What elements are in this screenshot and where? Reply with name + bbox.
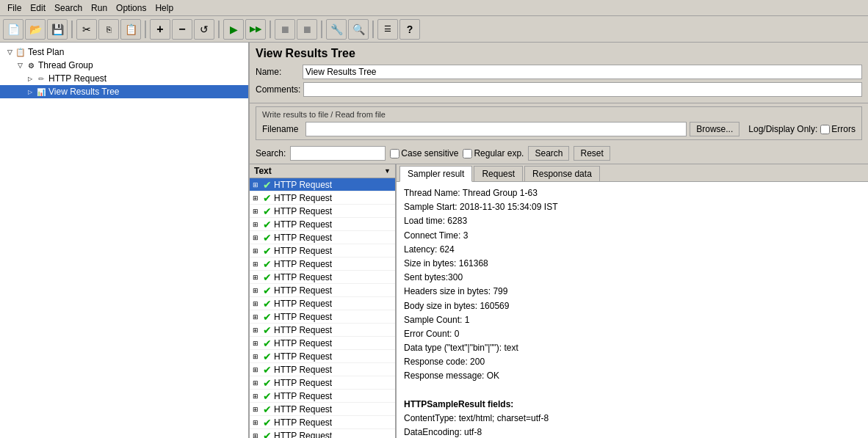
result-row[interactable]: ⊞✔HTTP Request xyxy=(250,403,395,416)
result-row[interactable]: ⊞✔HTTP Request xyxy=(250,271,395,284)
new-button[interactable]: 📄 xyxy=(3,19,23,40)
result-expand-icon[interactable]: ⊞ xyxy=(253,432,263,439)
menu-options[interactable]: Options xyxy=(112,1,151,15)
result-expand-icon[interactable]: ⊞ xyxy=(253,340,263,347)
errors-checkbox[interactable] xyxy=(820,125,830,134)
result-expand-icon[interactable]: ⊞ xyxy=(253,313,263,321)
detail-content: Thread Name: Thread Group 1-63Sample Sta… xyxy=(397,182,868,438)
result-row[interactable]: ⊞✔HTTP Request xyxy=(250,429,395,438)
detail-line: Body size in bytes: 160569 xyxy=(404,299,861,313)
menu-run[interactable]: Run xyxy=(87,1,112,15)
result-expand-icon[interactable]: ⊞ xyxy=(253,366,263,373)
result-row[interactable]: ⊞✔HTTP Request xyxy=(250,324,395,337)
copy-button[interactable]: ⎘ xyxy=(98,19,119,40)
result-expand-icon[interactable]: ⊞ xyxy=(253,406,263,413)
comments-label: Comments: xyxy=(256,84,300,95)
tab-request[interactable]: Request xyxy=(474,166,523,181)
result-row[interactable]: ⊞✔HTTP Request xyxy=(250,178,395,191)
search-bar: Search: Case sensitive Regular exp. Sear… xyxy=(250,143,868,164)
help-toolbar-button[interactable]: ? xyxy=(399,19,420,40)
result-row[interactable]: ⊞✔HTTP Request xyxy=(250,191,395,205)
result-expand-icon[interactable]: ⊞ xyxy=(253,194,263,202)
regex-checkbox[interactable] xyxy=(463,149,472,158)
result-row[interactable]: ⊞✔HTTP Request xyxy=(250,218,395,231)
menu-file[interactable]: File xyxy=(3,1,26,15)
search-toolbar-button[interactable]: 🔍 xyxy=(348,19,369,40)
result-row[interactable]: ⊞✔HTTP Request xyxy=(250,337,395,350)
result-text: HTTP Request xyxy=(274,431,332,439)
result-expand-icon[interactable]: ⊞ xyxy=(253,300,263,307)
result-status-icon: ✔ xyxy=(263,179,272,191)
separator-3 xyxy=(218,21,220,38)
result-row[interactable]: ⊞✔HTTP Request xyxy=(250,297,395,310)
result-expand-icon[interactable]: ⊞ xyxy=(253,221,263,228)
result-row[interactable]: ⊞✔HTTP Request xyxy=(250,376,395,390)
comments-input[interactable] xyxy=(303,82,862,97)
menu-search[interactable]: Search xyxy=(50,1,87,15)
paste-button[interactable]: 📋 xyxy=(120,19,141,40)
text-column-header[interactable]: Text ▼ xyxy=(250,164,395,178)
result-expand-icon[interactable]: ⊞ xyxy=(253,393,263,400)
result-row[interactable]: ⊞✔HTTP Request xyxy=(250,363,395,376)
list-button[interactable]: ☰ xyxy=(377,19,398,40)
add-button[interactable]: + xyxy=(150,19,170,40)
expand-httprequest[interactable]: ▷ xyxy=(25,73,35,84)
remove-button[interactable]: − xyxy=(172,19,192,40)
result-row[interactable]: ⊞✔HTTP Request xyxy=(250,205,395,218)
filename-input[interactable] xyxy=(305,122,687,136)
search-button[interactable]: Search xyxy=(528,146,569,161)
result-row[interactable]: ⊞✔HTTP Request xyxy=(250,310,395,324)
result-expand-icon[interactable]: ⊞ xyxy=(253,419,263,426)
cut-button[interactable]: ✂ xyxy=(76,19,97,40)
open-button[interactable]: 📂 xyxy=(25,19,46,40)
expand-threadgroup[interactable]: ▽ xyxy=(15,60,25,70)
result-expand-icon[interactable]: ⊞ xyxy=(253,181,263,189)
result-expand-icon[interactable]: ⊞ xyxy=(253,247,263,255)
reset-button[interactable]: Reset xyxy=(574,146,610,161)
detail-line: HTTPSampleResult fields: xyxy=(404,398,861,412)
tree-item-httprequest[interactable]: ▷ ✏ HTTP Request xyxy=(0,72,248,85)
expand-testplan[interactable]: ▽ xyxy=(4,47,15,57)
menu-edit[interactable]: Edit xyxy=(26,1,50,15)
result-row[interactable]: ⊞✔HTTP Request xyxy=(250,258,395,271)
result-expand-icon[interactable]: ⊞ xyxy=(253,234,263,241)
detail-line: Latency: 624 xyxy=(404,243,861,257)
result-expand-icon[interactable]: ⊞ xyxy=(253,274,263,281)
tools-button[interactable]: 🔧 xyxy=(326,19,347,40)
result-expand-icon[interactable]: ⊞ xyxy=(253,287,263,294)
result-expand-icon[interactable]: ⊞ xyxy=(253,208,263,215)
tree-item-resultstree[interactable]: ▷ 📊 View Results Tree xyxy=(0,85,248,98)
panel-title: View Results Tree xyxy=(256,47,862,60)
run-button[interactable]: ▶ xyxy=(223,19,244,40)
result-text: HTTP Request xyxy=(274,338,332,348)
expand-resultstree[interactable]: ▷ xyxy=(25,87,35,97)
result-expand-icon[interactable]: ⊞ xyxy=(253,326,263,334)
stop-button[interactable]: ⏹ xyxy=(275,19,295,40)
result-row[interactable]: ⊞✔HTTP Request xyxy=(250,350,395,363)
reset-button[interactable]: ↺ xyxy=(194,19,214,40)
result-row[interactable]: ⊞✔HTTP Request xyxy=(250,390,395,403)
tree-item-testplan[interactable]: ▽ 📋 Test Plan xyxy=(0,45,248,59)
result-expand-icon[interactable]: ⊞ xyxy=(253,260,263,268)
result-row[interactable]: ⊞✔HTTP Request xyxy=(250,416,395,429)
case-sensitive-checkbox[interactable] xyxy=(390,149,399,158)
tab-sampler-result[interactable]: Sampler result xyxy=(399,166,472,182)
stop-now-button[interactable]: ⏹ xyxy=(297,19,317,40)
result-expand-icon[interactable]: ⊞ xyxy=(253,353,263,360)
testplan-icon: 📋 xyxy=(15,46,26,58)
result-text: HTTP Request xyxy=(274,259,332,269)
result-row[interactable]: ⊞✔HTTP Request xyxy=(250,284,395,297)
result-expand-icon[interactable]: ⊞ xyxy=(253,379,263,387)
browse-button[interactable]: Browse... xyxy=(690,122,739,136)
result-row[interactable]: ⊞✔HTTP Request xyxy=(250,231,395,244)
run-check-button[interactable]: ▶▶ xyxy=(245,19,266,40)
menu-help[interactable]: Help xyxy=(151,1,178,15)
search-input[interactable] xyxy=(290,146,386,161)
name-input[interactable] xyxy=(303,65,862,79)
tree-item-threadgroup[interactable]: ▽ ⚙ Thread Group xyxy=(0,59,248,72)
tree-area: ▽ 📋 Test Plan ▽ ⚙ Thread Group ▷ ✏ HTTP … xyxy=(0,43,248,438)
result-row[interactable]: ⊞✔HTTP Request xyxy=(250,244,395,258)
errors-label: Errors xyxy=(831,124,856,134)
tab-response-data[interactable]: Response data xyxy=(524,166,600,181)
save-button[interactable]: 💾 xyxy=(47,19,68,40)
